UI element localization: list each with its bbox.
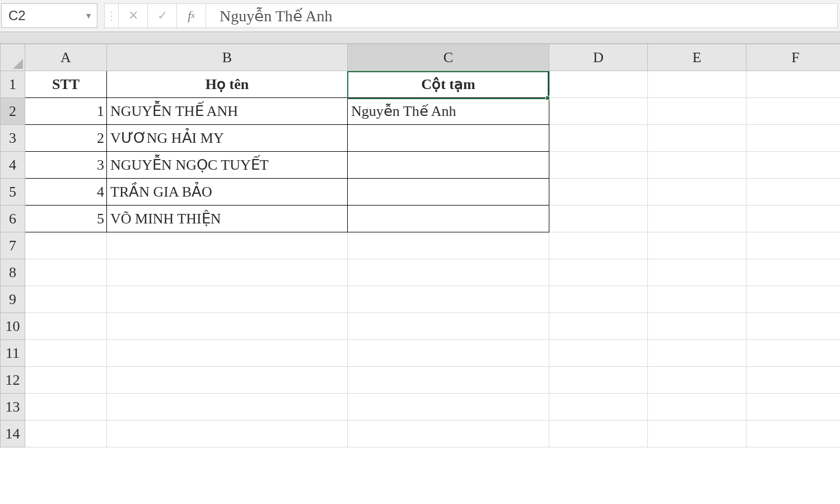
confirm-icon[interactable]: ✓ <box>147 4 176 27</box>
select-all-corner[interactable] <box>1 44 25 71</box>
cell-A14[interactable] <box>25 421 107 447</box>
cell-F2[interactable] <box>746 98 841 125</box>
cell-E1[interactable] <box>648 71 746 98</box>
row-header-14[interactable]: 14 <box>1 421 25 447</box>
cell-C4[interactable] <box>348 152 549 179</box>
cell-D13[interactable] <box>549 394 648 421</box>
cell-C14[interactable] <box>348 421 549 447</box>
cell-D3[interactable] <box>549 125 648 152</box>
cell-B5[interactable]: TRẦN GIA BẢO <box>107 179 348 206</box>
cell-E3[interactable] <box>648 125 746 152</box>
cell-C3[interactable] <box>348 125 549 152</box>
cell-A4[interactable]: 3 <box>25 152 107 179</box>
row-header-8[interactable]: 8 <box>1 259 25 286</box>
cell-A8[interactable] <box>25 259 107 286</box>
cell-A2[interactable]: 1 <box>25 98 107 125</box>
cell-C7[interactable] <box>348 232 549 259</box>
cell-A1[interactable]: STT <box>25 71 107 98</box>
formula-input[interactable]: Nguyễn Thế Anh <box>206 4 837 27</box>
cell-D12[interactable] <box>549 367 648 394</box>
row-header-7[interactable]: 7 <box>1 232 25 259</box>
cancel-icon[interactable]: ✕ <box>118 4 147 27</box>
cell-F8[interactable] <box>746 259 841 286</box>
cell-A12[interactable] <box>25 367 107 394</box>
col-header-C[interactable]: C <box>348 44 549 71</box>
cell-B2[interactable]: NGUYỄN THẾ ANH <box>107 98 348 125</box>
cell-D2[interactable] <box>549 98 648 125</box>
col-header-B[interactable]: B <box>107 44 348 71</box>
cell-B7[interactable] <box>107 232 348 259</box>
cell-A7[interactable] <box>25 232 107 259</box>
cell-F9[interactable] <box>746 286 841 313</box>
cell-C1[interactable]: Cột tạm <box>348 71 549 98</box>
cell-A13[interactable] <box>25 394 107 421</box>
cell-A5[interactable]: 4 <box>25 179 107 206</box>
row-header-4[interactable]: 4 <box>1 152 25 179</box>
cell-B6[interactable]: VÕ MINH THIỆN <box>107 206 348 232</box>
cell-B4[interactable]: NGUYỄN NGỌC TUYẾT <box>107 152 348 179</box>
cell-B12[interactable] <box>107 367 348 394</box>
cell-D9[interactable] <box>549 286 648 313</box>
row-header-11[interactable]: 11 <box>1 340 25 367</box>
cell-B10[interactable] <box>107 313 348 340</box>
cell-D7[interactable] <box>549 232 648 259</box>
cell-E7[interactable] <box>648 232 746 259</box>
cell-A9[interactable] <box>25 286 107 313</box>
cell-C6[interactable] <box>348 206 549 232</box>
chevron-down-icon[interactable]: ▼ <box>85 11 92 20</box>
row-header-12[interactable]: 12 <box>1 367 25 394</box>
col-header-E[interactable]: E <box>648 44 746 71</box>
cell-C13[interactable] <box>348 394 549 421</box>
cell-E6[interactable] <box>648 206 746 232</box>
cell-E9[interactable] <box>648 286 746 313</box>
cell-F5[interactable] <box>746 179 841 206</box>
cell-F11[interactable] <box>746 340 841 367</box>
fx-icon[interactable]: fx <box>176 4 206 27</box>
row-header-6[interactable]: 6 <box>1 206 25 232</box>
cell-B13[interactable] <box>107 394 348 421</box>
spreadsheet-grid[interactable]: A B C D E F 1 STT Họ tên Cột tạm 2 1 NGU… <box>0 44 840 447</box>
cell-D6[interactable] <box>549 206 648 232</box>
cell-E11[interactable] <box>648 340 746 367</box>
cell-B3[interactable]: VƯƠNG HẢI MY <box>107 125 348 152</box>
col-header-F[interactable]: F <box>746 44 841 71</box>
cell-F1[interactable] <box>746 71 841 98</box>
row-header-5[interactable]: 5 <box>1 179 25 206</box>
cell-D1[interactable] <box>549 71 648 98</box>
cell-B11[interactable] <box>107 340 348 367</box>
cell-F12[interactable] <box>746 367 841 394</box>
cell-D8[interactable] <box>549 259 648 286</box>
row-header-13[interactable]: 13 <box>1 394 25 421</box>
row-header-9[interactable]: 9 <box>1 286 25 313</box>
cell-A10[interactable] <box>25 313 107 340</box>
cell-C9[interactable] <box>348 286 549 313</box>
row-header-3[interactable]: 3 <box>1 125 25 152</box>
cell-F10[interactable] <box>746 313 841 340</box>
cell-B9[interactable] <box>107 286 348 313</box>
cell-E2[interactable] <box>648 98 746 125</box>
cell-D4[interactable] <box>549 152 648 179</box>
cell-D11[interactable] <box>549 340 648 367</box>
cell-C2[interactable]: Nguyễn Thế Anh <box>348 98 549 125</box>
cell-E8[interactable] <box>648 259 746 286</box>
cell-D10[interactable] <box>549 313 648 340</box>
col-header-D[interactable]: D <box>549 44 648 71</box>
cell-F14[interactable] <box>746 421 841 447</box>
name-box[interactable]: C2 ▼ <box>1 3 97 28</box>
cell-F7[interactable] <box>746 232 841 259</box>
cell-F6[interactable] <box>746 206 841 232</box>
cell-E4[interactable] <box>648 152 746 179</box>
cell-F3[interactable] <box>746 125 841 152</box>
cell-E13[interactable] <box>648 394 746 421</box>
cell-F13[interactable] <box>746 394 841 421</box>
cell-A6[interactable]: 5 <box>25 206 107 232</box>
row-header-2[interactable]: 2 <box>1 98 25 125</box>
cell-C5[interactable] <box>348 179 549 206</box>
cell-D5[interactable] <box>549 179 648 206</box>
cell-E12[interactable] <box>648 367 746 394</box>
cell-C8[interactable] <box>348 259 549 286</box>
cell-D14[interactable] <box>549 421 648 447</box>
cell-E14[interactable] <box>648 421 746 447</box>
cell-C11[interactable] <box>348 340 549 367</box>
cell-C10[interactable] <box>348 313 549 340</box>
